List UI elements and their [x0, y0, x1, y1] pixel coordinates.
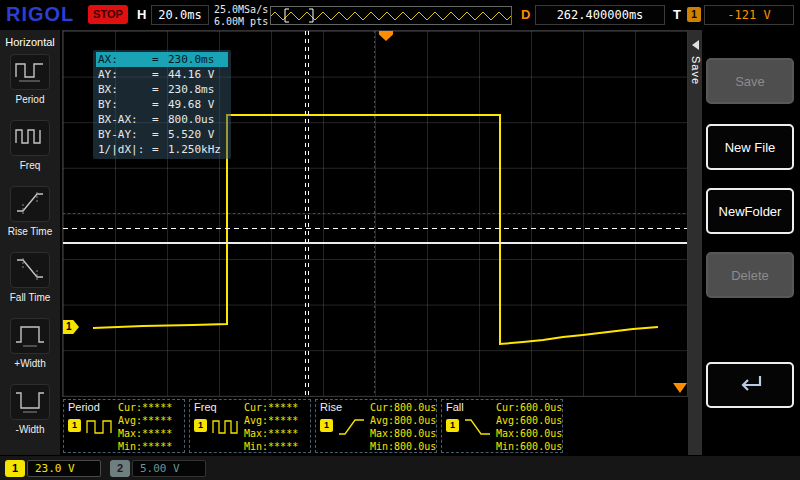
cursor-ay-line[interactable] [63, 242, 687, 244]
top-bar: RIGOL STOP H 20.0ms 25.0MSa/s 6.00M pts … [0, 0, 800, 30]
measurement-min: Min:***** [118, 440, 172, 453]
waveform-preview-strip [270, 6, 512, 25]
sidebar-item-label: Freq [3, 160, 57, 171]
cursor-row-label: BX-AX: [98, 112, 152, 127]
equals-sign: = [152, 52, 168, 67]
ch1-scale-value[interactable]: 23.0 V [27, 460, 101, 477]
ch1-badge[interactable]: 1 [5, 460, 25, 477]
measurement-name: Period [68, 401, 100, 413]
trigger-source-badge: 1 [687, 7, 701, 22]
measurement-avg: Avg:600.0us [496, 414, 562, 427]
equals-sign: = [152, 127, 168, 142]
period-icon [13, 56, 47, 88]
measurement-min: Min:800.0us [370, 440, 436, 453]
sidebar-item-label: Rise Time [3, 226, 57, 237]
measurement-cur: Cur:800.0us [370, 401, 436, 414]
cursor-row-ax: AX: = 230.0ms [96, 52, 228, 67]
cursor-row-value: 1.250kHz [168, 142, 226, 157]
new-file-button[interactable]: New File [706, 124, 794, 170]
freq-icon [13, 122, 47, 154]
cursor-ax-line[interactable] [305, 31, 306, 396]
trigger-delay-value: 262.400000ms [535, 5, 665, 25]
return-arrow-icon [736, 373, 764, 398]
sidebar-item-fall-time[interactable]: Fall Time [3, 252, 57, 314]
cursor-row-label: BY: [98, 97, 152, 112]
measurement-freq[interactable]: Freq 1 Cur:***** Avg:***** Max:***** Min… [189, 399, 311, 453]
new-folder-button[interactable]: NewFolder [706, 188, 794, 234]
cursor-row-label: AX: [98, 52, 152, 67]
measurement-bar: Period 1 Cur:***** Avg:***** Max:***** M… [62, 398, 688, 455]
sidebar-title: Horizontal [0, 36, 60, 48]
fall-time-icon [13, 254, 47, 286]
measurement-cur: Cur:***** [118, 401, 172, 414]
cursor-row-value: 230.8ms [168, 82, 226, 97]
trigger-level-offscreen-marker[interactable] [673, 383, 687, 393]
cursor-bx-line[interactable] [308, 31, 309, 396]
sidebar-item-label: Fall Time [3, 292, 57, 303]
sidebar-item-label: Period [3, 94, 57, 105]
ch2-badge[interactable]: 2 [110, 460, 130, 477]
memory-depth: 6.00M pts [214, 16, 268, 27]
freq-wave-icon [211, 417, 241, 441]
channel-badge: 1 [320, 419, 333, 432]
cursor-row-bx: BX: = 230.8ms [96, 82, 228, 97]
rigol-logo: RIGOL [6, 3, 74, 26]
measurement-avg: Avg:***** [118, 414, 172, 427]
back-button[interactable] [706, 362, 794, 408]
channel-status-bar: 1 23.0 V 2 5.00 V [0, 455, 800, 480]
cursor-row-label: 1/|dX|: [98, 142, 152, 157]
measurement-name: Fall [446, 401, 464, 413]
measurement-cur: Cur:***** [244, 401, 298, 414]
ch2-scale-value[interactable]: 5.00 V [132, 460, 206, 477]
menu-collapse-arrow-icon[interactable] [692, 40, 699, 50]
menu-tab-strip[interactable] [688, 30, 702, 455]
sidebar-item-freq[interactable]: Freq [3, 120, 57, 182]
cursor-row-label: AY: [98, 67, 152, 82]
cursor-row-ay: AY: = 44.16 V [96, 67, 228, 82]
equals-sign: = [152, 82, 168, 97]
sidebar-item-label: +Width [3, 358, 57, 369]
plus-width-icon [13, 320, 47, 352]
equals-sign: = [152, 97, 168, 112]
measurement-rise[interactable]: Rise 1 Cur:800.0us Avg:800.0us Max:800.0… [315, 399, 437, 453]
run-state-badge: STOP [88, 5, 128, 24]
delete-button[interactable]: Delete [706, 252, 794, 298]
cursor-row-inverse-dx: 1/|dX|: = 1.250kHz [96, 142, 228, 157]
cursor-row-value: 49.68 V [168, 97, 226, 112]
waveform-display: AX: = 230.0ms AY: = 44.16 V BX: = 230.8m… [62, 30, 688, 397]
cursor-by-line[interactable] [63, 228, 687, 229]
sidebar-item-period[interactable]: Period [3, 54, 57, 116]
cursor-row-value: 5.520 V [168, 127, 226, 142]
trigger-label: T [673, 7, 681, 22]
fall-wave-icon [463, 417, 493, 441]
period-wave-icon [85, 417, 115, 441]
preview-waveform-icon [271, 7, 511, 24]
equals-sign: = [152, 67, 168, 82]
rise-time-icon [13, 188, 47, 220]
sidebar-item-minus-width[interactable]: -Width [3, 384, 57, 446]
cursor-row-label: BY-AY: [98, 127, 152, 142]
channel-badge: 1 [68, 419, 81, 432]
measurement-period[interactable]: Period 1 Cur:***** Avg:***** Max:***** M… [63, 399, 185, 453]
timebase-value: 20.0ms [151, 5, 209, 25]
cursor-row-bx-ax: BX-AX: = 800.0us [96, 112, 228, 127]
oscilloscope-screen: RIGOL STOP H 20.0ms 25.0MSa/s 6.00M pts … [0, 0, 800, 480]
measurement-avg: Avg:***** [244, 414, 298, 427]
sidebar-item-plus-width[interactable]: +Width [3, 318, 57, 380]
measure-sidebar: Horizontal Period Freq Rise Time Fall Ti… [0, 30, 60, 455]
cursor-row-value: 44.16 V [168, 67, 226, 82]
sidebar-item-rise-time[interactable]: Rise Time [3, 186, 57, 248]
measurement-max: Max:800.0us [370, 427, 436, 440]
delay-label: D [521, 7, 530, 22]
horizontal-label: H [137, 7, 146, 22]
measurement-avg: Avg:800.0us [370, 414, 436, 427]
rise-wave-icon [337, 417, 367, 441]
measurement-max: Max:***** [118, 427, 172, 440]
trigger-level-value: -121 V [704, 5, 794, 25]
measurement-min: Min:600.0us [496, 440, 562, 453]
measurement-fall[interactable]: Fall 1 Cur:600.0us Avg:600.0us Max:600.0… [441, 399, 563, 453]
save-button[interactable]: Save [706, 58, 794, 104]
menu-tab-title: Save [688, 56, 702, 85]
minus-width-icon [13, 386, 47, 418]
measurement-max: Max:***** [244, 427, 298, 440]
